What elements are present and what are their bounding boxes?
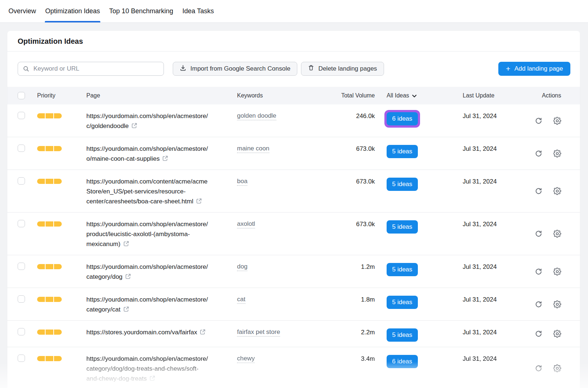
keyword-link[interactable]: maine coon: [237, 145, 269, 153]
import-gsc-label: Import from Google Search Console: [190, 65, 290, 72]
keyword-link[interactable]: fairfax pet store: [237, 328, 280, 337]
refresh-button[interactable]: [535, 150, 542, 157]
delete-landing-pages-button[interactable]: Delete landing pages: [301, 62, 384, 76]
keyword-link[interactable]: boa: [237, 178, 247, 186]
import-gsc-button[interactable]: Import from Google Search Console: [173, 62, 297, 76]
settings-button[interactable]: [553, 268, 561, 275]
last-update: Jul 31, 2024: [450, 104, 524, 137]
settings-button[interactable]: [553, 150, 561, 157]
keyword-link[interactable]: golden doodle: [237, 112, 276, 120]
keyword-link[interactable]: chewy: [237, 355, 255, 363]
tab-top-10-benchmarking[interactable]: Top 10 Benchmarking: [109, 0, 173, 22]
page-title: Optimization Ideas: [7, 31, 580, 51]
optimization-ideas-panel: Optimization Ideas Import from Google Se…: [7, 31, 580, 388]
table-header: Priority Page Keywords Total Volume All …: [7, 87, 580, 104]
plus-icon: +: [506, 65, 510, 72]
row-checkbox[interactable]: [18, 177, 25, 185]
header-page: Page: [86, 92, 237, 99]
keyword-link[interactable]: dog: [237, 263, 247, 271]
select-all-checkbox[interactable]: [18, 92, 25, 99]
header-keywords: Keywords: [237, 92, 333, 99]
header-all-ideas-sort[interactable]: All Ideas: [375, 92, 450, 99]
refresh-button[interactable]: [535, 330, 542, 338]
table-row: https://yourdomain.com/shop/en/acmestore…: [7, 347, 580, 388]
ideas-highlight-ring: 6 ideas: [384, 353, 420, 370]
table-row: https://yourdomain.com/shop/en/acmestore…: [7, 255, 580, 288]
table-row: https://yourdomain.com/shop/en/acmestore…: [7, 288, 580, 321]
total-volume: 3.4m: [333, 347, 375, 388]
row-checkbox[interactable]: [18, 145, 25, 152]
total-volume: 1.8m: [333, 288, 375, 320]
refresh-button[interactable]: [535, 268, 542, 275]
priority-indicator: [37, 137, 86, 170]
search-box: [18, 62, 164, 76]
total-volume: 673.0k: [333, 137, 375, 170]
settings-button[interactable]: [553, 230, 561, 238]
external-link-icon[interactable]: [123, 240, 129, 250]
priority-indicator: [37, 104, 86, 137]
tab-overview[interactable]: Overview: [8, 0, 36, 22]
download-icon: [180, 65, 186, 73]
trash-icon: [308, 65, 314, 73]
keyword-link[interactable]: cat: [237, 296, 245, 304]
ideas-highlight-ring: 5 ideas: [384, 143, 420, 160]
refresh-button[interactable]: [535, 230, 542, 238]
settings-button[interactable]: [553, 187, 561, 195]
ideas-button[interactable]: 5 ideas: [387, 145, 418, 158]
refresh-button[interactable]: [535, 364, 542, 372]
external-link-icon[interactable]: [196, 197, 202, 207]
external-link-icon[interactable]: [149, 374, 155, 384]
row-checkbox[interactable]: [18, 263, 25, 270]
last-update: Jul 31, 2024: [450, 255, 524, 288]
table-body: https://yourdomain.com/shop/en/acmestore…: [7, 104, 580, 388]
ideas-highlight-ring: 6 ideas: [384, 110, 420, 128]
page-url: https://yourdomain.com/shop/en/acmestore…: [86, 263, 208, 280]
page-url: https://yourdomain.com/shop/en/acmestore…: [86, 113, 208, 129]
last-update: Jul 31, 2024: [450, 288, 524, 320]
settings-button[interactable]: [553, 117, 561, 125]
ideas-highlight-ring: 5 ideas: [384, 175, 420, 193]
tab-idea-tasks[interactable]: Idea Tasks: [182, 0, 214, 22]
ideas-button[interactable]: 5 ideas: [387, 220, 418, 234]
refresh-button[interactable]: [535, 300, 542, 308]
ideas-button[interactable]: 5 ideas: [387, 263, 418, 276]
header-total-volume: Total Volume: [333, 92, 375, 99]
header-priority: Priority: [37, 92, 86, 99]
row-checkbox[interactable]: [18, 328, 25, 335]
page-url: https://stores.yourdomain.com/va/fairfax: [86, 329, 197, 336]
priority-indicator: [37, 288, 86, 320]
settings-button[interactable]: [553, 364, 561, 372]
delete-landing-pages-label: Delete landing pages: [318, 65, 377, 72]
table-row: https://yourdomain.com/shop/en/acmestore…: [7, 137, 580, 170]
last-update: Jul 31, 2024: [450, 170, 524, 212]
refresh-button[interactable]: [535, 187, 542, 195]
last-update: Jul 31, 2024: [450, 213, 524, 255]
ideas-button[interactable]: 6 ideas: [387, 112, 418, 125]
external-link-icon[interactable]: [131, 122, 137, 132]
ideas-button[interactable]: 5 ideas: [387, 328, 418, 342]
priority-indicator: [37, 321, 86, 347]
row-checkbox[interactable]: [18, 112, 25, 119]
refresh-button[interactable]: [535, 117, 542, 125]
search-input[interactable]: [18, 62, 164, 76]
page-url: https://yourdomain.com/content/acme/acme…: [86, 178, 208, 205]
external-link-icon[interactable]: [200, 328, 206, 338]
row-checkbox[interactable]: [18, 295, 25, 303]
keyword-link[interactable]: axolotl: [237, 220, 255, 228]
settings-button[interactable]: [553, 330, 561, 338]
priority-indicator: [37, 347, 86, 388]
external-link-icon[interactable]: [125, 273, 131, 282]
tab-bar: OverviewOptimization IdeasTop 10 Benchma…: [0, 0, 588, 23]
row-checkbox[interactable]: [18, 220, 25, 227]
ideas-button[interactable]: 6 ideas: [387, 355, 418, 368]
row-checkbox[interactable]: [18, 355, 25, 362]
add-landing-page-button[interactable]: + Add landing page: [498, 62, 570, 76]
ideas-button[interactable]: 5 ideas: [387, 296, 418, 309]
external-link-icon[interactable]: [162, 154, 168, 164]
last-update: Jul 31, 2024: [450, 347, 524, 388]
tab-optimization-ideas[interactable]: Optimization Ideas: [45, 0, 100, 22]
total-volume: 673.0k: [333, 170, 375, 212]
settings-button[interactable]: [553, 300, 561, 308]
ideas-button[interactable]: 5 ideas: [387, 178, 418, 191]
external-link-icon[interactable]: [123, 305, 129, 315]
